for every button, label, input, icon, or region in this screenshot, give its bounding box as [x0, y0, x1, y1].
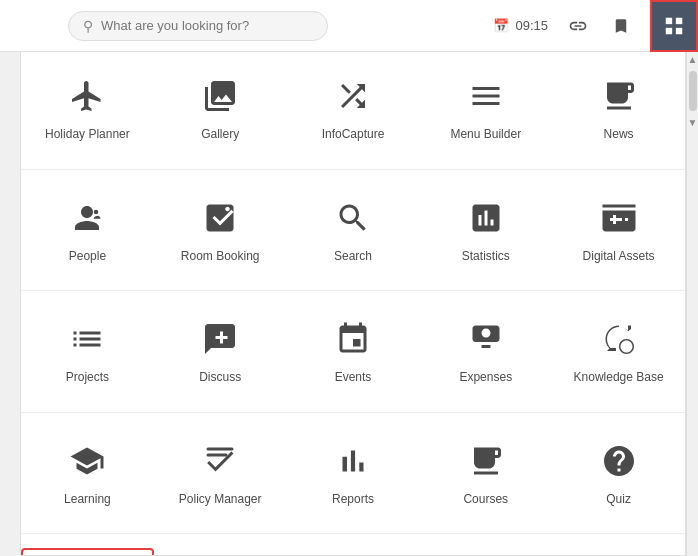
menu-item-reports[interactable]: Reports — [287, 427, 420, 520]
digital-assets-label: Digital Assets — [583, 249, 655, 265]
discuss-icon — [202, 321, 238, 362]
news-icon — [601, 78, 637, 119]
menu-item-policy-manager[interactable]: Policy Manager — [154, 427, 287, 520]
room-booking-icon — [202, 200, 238, 241]
menu-item-discuss[interactable]: Discuss — [154, 305, 287, 398]
reports-label: Reports — [332, 492, 374, 508]
scroll-thumb[interactable] — [689, 71, 697, 111]
header-right: 📅 09:15 — [493, 0, 690, 52]
scroll-down[interactable]: ▼ — [687, 115, 698, 130]
menu-item-pages[interactable]: Pages — [287, 548, 420, 556]
menu-item-news[interactable]: News — [552, 62, 685, 155]
svg-rect-2 — [666, 27, 672, 33]
room-booking-label: Room Booking — [181, 249, 260, 265]
svg-rect-3 — [676, 27, 682, 33]
svg-point-6 — [484, 331, 489, 336]
events-icon — [335, 321, 371, 362]
time-value: 09:15 — [515, 18, 548, 33]
menu-builder-icon — [468, 78, 504, 119]
knowledge-base-icon — [601, 321, 637, 362]
menu-item-people[interactable]: People — [21, 184, 154, 277]
header-left: ⚲ — [8, 11, 493, 41]
projects-label: Projects — [66, 370, 109, 386]
dropdown-menu-panel: Holiday Planner Gallery InfoCapture Menu… — [20, 52, 686, 556]
menu-item-menu-builder[interactable]: Menu Builder — [419, 62, 552, 155]
gallery-label: Gallery — [201, 127, 239, 143]
menu-item-infocapture[interactable]: InfoCapture — [287, 62, 420, 155]
search-input[interactable] — [101, 18, 313, 33]
svg-rect-8 — [207, 453, 228, 456]
search-large-icon — [335, 200, 371, 241]
menu-item-courses[interactable]: Courses — [419, 427, 552, 520]
news-label: News — [604, 127, 634, 143]
menu-item-statistics[interactable]: Statistics — [419, 184, 552, 277]
menu-row-bottom: Admin Org Chart Pages Audit Manager — [21, 538, 685, 556]
quiz-icon — [601, 443, 637, 484]
menu-item-gallery[interactable]: Gallery — [154, 62, 287, 155]
bookmark-icon-button[interactable] — [608, 11, 634, 41]
people-label: People — [69, 249, 106, 265]
quiz-label: Quiz — [606, 492, 631, 508]
menu-row-4: Learning Policy Manager Reports Courses … — [21, 417, 685, 530]
menu-row-1: Holiday Planner Gallery InfoCapture Menu… — [21, 52, 685, 165]
infocapture-label: InfoCapture — [322, 127, 385, 143]
grid-menu-button[interactable] — [650, 0, 698, 52]
svg-rect-1 — [676, 17, 682, 23]
shuffle-icon — [335, 78, 371, 119]
svg-rect-7 — [207, 447, 234, 450]
calendar-icon: 📅 — [493, 18, 509, 33]
statistics-icon — [468, 200, 504, 241]
menu-item-admin[interactable]: Admin — [21, 548, 154, 556]
search-icon: ⚲ — [83, 18, 93, 34]
divider-4 — [21, 533, 685, 534]
menu-item-learning[interactable]: Learning — [21, 427, 154, 520]
projects-icon — [69, 321, 105, 362]
menu-item-audit-manager[interactable]: Audit Manager — [419, 548, 552, 556]
knowledge-base-label: Knowledge Base — [574, 370, 664, 386]
plane-icon — [69, 78, 105, 119]
divider-1 — [21, 169, 685, 170]
menu-item-expenses[interactable]: Expenses — [419, 305, 552, 398]
expenses-label: Expenses — [459, 370, 512, 386]
menu-item-quiz[interactable]: Quiz — [552, 427, 685, 520]
events-label: Events — [335, 370, 372, 386]
menu-item-knowledge-base[interactable]: Knowledge Base — [552, 305, 685, 398]
reports-icon — [335, 443, 371, 484]
link-icon-button[interactable] — [564, 12, 592, 40]
scroll-up[interactable]: ▲ — [687, 52, 698, 67]
menu-row-2: People Room Booking Search Statistics Di… — [21, 174, 685, 287]
discuss-label: Discuss — [199, 370, 241, 386]
holiday-planner-label: Holiday Planner — [45, 127, 130, 143]
menu-item-room-booking[interactable]: Room Booking — [154, 184, 287, 277]
svg-point-4 — [94, 209, 99, 214]
header: ⚲ 📅 09:15 — [0, 0, 698, 52]
menu-item-search[interactable]: Search — [287, 184, 420, 277]
menu-row-3: Projects Discuss Events Expenses Knowled… — [21, 295, 685, 408]
time-display: 📅 09:15 — [493, 18, 548, 33]
learning-icon — [69, 443, 105, 484]
statistics-label: Statistics — [462, 249, 510, 265]
people-icon — [69, 200, 105, 241]
menu-item-org-chart[interactable]: Org Chart — [154, 548, 287, 556]
policy-manager-label: Policy Manager — [179, 492, 262, 508]
expenses-icon — [468, 321, 504, 362]
menu-item-projects[interactable]: Projects — [21, 305, 154, 398]
scrollbar: ▲ ▼ — [686, 52, 698, 556]
link-icon — [568, 16, 588, 36]
courses-icon — [468, 443, 504, 484]
search-bar-container: ⚲ — [68, 11, 328, 41]
gallery-icon — [202, 78, 238, 119]
policy-manager-icon — [202, 443, 238, 484]
menu-item-holiday-planner[interactable]: Holiday Planner — [21, 62, 154, 155]
divider-3 — [21, 412, 685, 413]
divider-2 — [21, 290, 685, 291]
grid-icon — [663, 15, 685, 37]
menu-builder-label: Menu Builder — [450, 127, 521, 143]
digital-assets-icon — [601, 200, 637, 241]
menu-item-events[interactable]: Events — [287, 305, 420, 398]
courses-label: Courses — [463, 492, 508, 508]
svg-rect-0 — [666, 17, 672, 23]
learning-label: Learning — [64, 492, 111, 508]
search-label: Search — [334, 249, 372, 265]
menu-item-digital-assets[interactable]: Digital Assets — [552, 184, 685, 277]
